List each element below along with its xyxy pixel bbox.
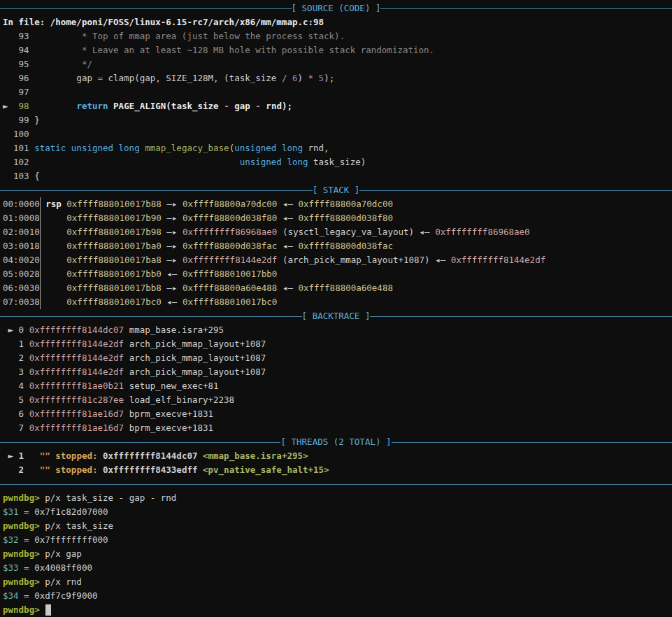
text-segment: 98: [13, 99, 34, 113]
separator-line: [0, 316, 302, 317]
text-segment: 0xffffffff81ae0b21: [29, 379, 124, 393]
text-segment: 0xffffffff81ae16d7: [29, 407, 124, 421]
text-segment: */: [34, 57, 92, 71]
console-line[interactable]: pwndbg>: [0, 603, 672, 617]
context-bottom-separator: [0, 477, 672, 491]
stack-row: 01:0008 0xffff888010017b90 —▸ 0xffff8880…: [0, 211, 672, 225]
text-segment: 2: [3, 463, 40, 477]
text-segment: mmap_base.isra+295: [124, 323, 224, 337]
text-segment: 0xffffffff8144e2df: [29, 337, 124, 351]
text-segment: PAGE_ALIGN(task_size: [113, 99, 224, 113]
text-segment: 0xffff88800d038fac: [298, 239, 392, 253]
separator-line: [0, 484, 672, 485]
text-segment: p/x task_size: [45, 519, 113, 533]
stack-row: 00:0000 rsp 0xffff888010017b88 —▸ 0xffff…: [0, 197, 672, 211]
text-segment: ◂—: [277, 211, 298, 225]
thread-row: 2 "" stopped: 0xffffffff8433edff <pv_nat…: [0, 463, 672, 477]
separator-line: [392, 442, 672, 443]
source-code-line: 100: [0, 127, 672, 141]
stack-offset-label: 05:0028: [3, 267, 40, 281]
text-segment: /: [282, 71, 287, 85]
stack-section-title: [ STACK ]: [313, 183, 360, 197]
backtrace-block: ► 0 0xffffffff8144dc07 mmap_base.isra+29…: [0, 323, 672, 435]
separator-line: [0, 442, 280, 443]
threads-block: ► 1 "" stopped: 0xffffffff8144dc07 <mmap…: [0, 449, 672, 477]
stack-offset-label: 04:0020: [3, 253, 40, 267]
section-header-source: [ SOURCE (CODE) ]: [0, 1, 672, 15]
text-segment: 0xffff888010017b98: [66, 225, 161, 239]
text-segment: arch_pick_mmap_layout+1087: [124, 365, 266, 379]
text-segment: gap: [229, 99, 256, 113]
text-segment: 95: [3, 57, 34, 71]
source-code-line: 102 unsigned long task_size): [0, 155, 672, 169]
console-line: pwndbg> p/x task_size - gap - rnd: [0, 491, 672, 505]
text-segment: [41, 225, 67, 239]
separator-line: [0, 8, 292, 9]
text-segment: [41, 267, 67, 281]
text-segment: 0xffff88800a70dc00: [183, 197, 277, 211]
text-segment: rsp: [41, 197, 67, 211]
stack-offset-label: 00:0000: [3, 197, 40, 211]
text-segment: 0xffff88800d038f80: [298, 211, 392, 225]
console-line: $33 = 0x4008ff000: [0, 561, 672, 575]
text-segment: 5: [319, 71, 324, 85]
text-segment: ◂—: [162, 295, 183, 309]
text-segment: 0xffff888010017ba0: [66, 239, 161, 253]
text-segment: <mmap_base.isra+295>: [203, 449, 308, 463]
stack-offset-label: 07:0038: [3, 295, 40, 309]
text-segment: 0xffff888010017b88: [66, 197, 161, 211]
terminal-cursor[interactable]: [45, 604, 51, 616]
text-segment: 102: [3, 155, 34, 169]
stack-row: 02:0010 0xffff888010017b98 —▸ 0xffffffff…: [0, 225, 672, 239]
separator-line: [0, 190, 313, 191]
text-segment: *: [308, 71, 314, 85]
text-segment: rnd,: [303, 141, 329, 155]
text-segment: = 0x7ffffffff000: [19, 533, 108, 547]
text-segment: clamp(gap, SIZE_128M, (task_size: [103, 71, 282, 85]
text-segment: $33: [3, 561, 19, 575]
text-segment: return: [76, 99, 108, 113]
text-segment: 1: [3, 337, 29, 351]
text-segment: 0xffffffff8433edff: [103, 463, 203, 477]
backtrace-frame-row: 2 0xffffffff8144e2df arch_pick_mmap_layo…: [0, 351, 672, 365]
text-segment: 96: [3, 71, 34, 85]
text-segment: $34: [3, 589, 19, 603]
backtrace-frame-row: 1 0xffffffff8144e2df arch_pick_mmap_layo…: [0, 337, 672, 351]
separator-line: [380, 8, 672, 9]
text-segment: [34, 99, 76, 113]
stack-offset-label: 03:0018: [3, 239, 40, 253]
text-segment: 94: [3, 43, 34, 57]
backtrace-frame-row: 6 0xffffffff81ae16d7 bprm_execve+1831: [0, 407, 672, 421]
text-segment: [41, 239, 67, 253]
text-segment: 0xffff888010017bb0: [66, 267, 161, 281]
text-segment: stopped:: [50, 449, 103, 463]
text-segment: $31: [3, 505, 19, 519]
stack-offset-label: 02:0010: [3, 225, 40, 239]
text-segment: (sysctl_legacy_va_layout) ◂—: [277, 225, 435, 239]
text-segment: ► 1: [3, 449, 40, 463]
text-segment: = 0xdf7c9f9000: [19, 589, 98, 603]
backtrace-section-title: [ BACKTRACE ]: [302, 309, 371, 323]
text-segment: 0xffff88800a60e488: [183, 281, 277, 295]
text-segment: pwndbg>: [3, 519, 45, 533]
source-code-line: 103 {: [0, 169, 672, 183]
text-segment: * Top of mmap area (just below the proce…: [34, 29, 345, 43]
text-segment: 0xffff888010017bc0: [66, 295, 161, 309]
source-code-line: 93 * Top of mmap area (just below the pr…: [0, 29, 672, 43]
text-segment: setup_new_exec+81: [124, 379, 218, 393]
text-segment: —▸: [162, 197, 183, 211]
text-segment: 0xffff88800d038fac: [183, 239, 277, 253]
text-segment: p/x task_size - gap - rnd: [45, 491, 176, 505]
text-segment: 0xffff888010017bb8: [66, 281, 161, 295]
backtrace-frame-row: 5 0xffffffff81c287ee load_elf_binary+223…: [0, 393, 672, 407]
stack-offset-label: 06:0030: [3, 281, 40, 295]
backtrace-frame-row: 3 0xffffffff8144e2df arch_pick_mmap_layo…: [0, 365, 672, 379]
text-segment: 2: [3, 351, 29, 365]
text-segment: 100: [3, 127, 34, 141]
stack-block: 00:0000 rsp 0xffff888010017b88 —▸ 0xffff…: [0, 197, 672, 309]
console-line: $31 = 0x7f1c82d07000: [0, 505, 672, 519]
text-segment: ◂—: [277, 281, 298, 295]
text-segment: 6: [3, 407, 29, 421]
text-segment: -: [224, 99, 229, 113]
source-section-title: [ SOURCE (CODE) ]: [292, 1, 381, 15]
